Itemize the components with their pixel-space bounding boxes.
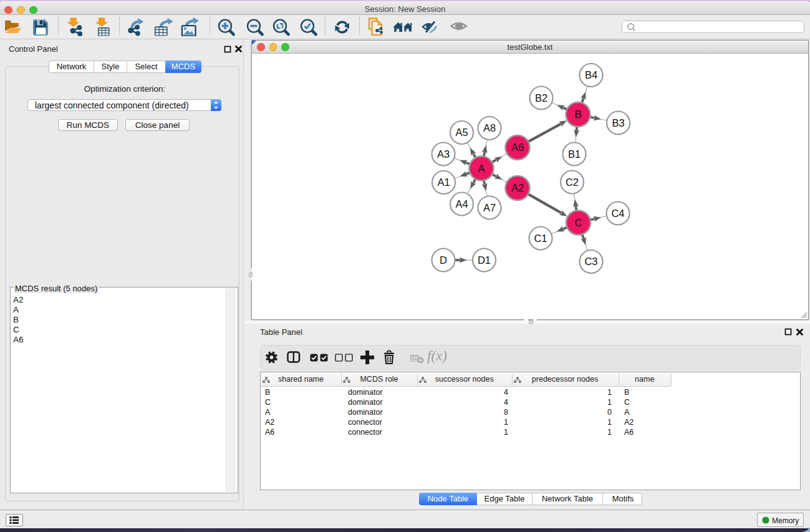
svg-text:C4: C4 — [611, 208, 624, 219]
svg-text:D: D — [440, 254, 447, 266]
svg-text:C3: C3 — [584, 256, 597, 267]
svg-text:A4: A4 — [455, 198, 468, 210]
svg-text:C2: C2 — [566, 177, 579, 188]
svg-text:D1: D1 — [478, 254, 491, 266]
svg-text:A7: A7 — [483, 202, 496, 213]
svg-text:A3: A3 — [437, 148, 450, 160]
svg-text:B4: B4 — [585, 69, 597, 80]
svg-text:A2: A2 — [511, 182, 524, 193]
svg-text:B1: B1 — [568, 148, 581, 160]
svg-text:B: B — [574, 109, 581, 120]
svg-text:A5: A5 — [455, 127, 468, 138]
svg-text:A6: A6 — [511, 142, 524, 153]
svg-text:B3: B3 — [612, 117, 624, 128]
svg-text:B2: B2 — [535, 92, 547, 104]
svg-text:C1: C1 — [534, 233, 547, 244]
svg-text:A8: A8 — [483, 122, 496, 133]
svg-text:A: A — [478, 163, 485, 174]
svg-text:C: C — [575, 217, 582, 228]
svg-text:A1: A1 — [437, 177, 450, 188]
